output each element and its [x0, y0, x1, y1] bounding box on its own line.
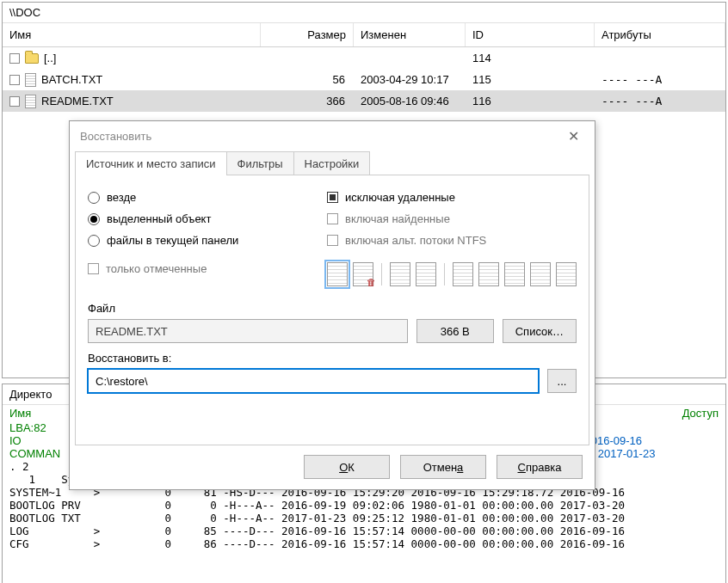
icon-toolbar: 🗑 [327, 262, 577, 286]
check-incl-found[interactable]: включая найденные [327, 212, 577, 225]
file-icon [25, 73, 36, 87]
table-row[interactable]: README.TXT3662005-08-16 09:46116---- ---… [3, 90, 725, 112]
doc-delete-icon[interactable]: 🗑 [353, 262, 373, 286]
table-row[interactable]: [..]114 [3, 47, 725, 69]
doc-variant7-icon[interactable] [556, 262, 577, 286]
doc-variant4-icon[interactable] [478, 262, 499, 286]
radio-selected[interactable]: выделенный объект [88, 212, 301, 225]
tabs: Источник и место записи Фильтры Настройк… [70, 151, 595, 175]
cell-id: 114 [466, 52, 595, 64]
radio-current-panel[interactable]: файлы в текущей панели [88, 234, 301, 247]
row-checkbox[interactable] [9, 53, 20, 64]
cell-modified: 2005-08-16 09:46 [354, 95, 466, 107]
list-button[interactable]: Список… [503, 319, 577, 343]
col-name[interactable]: Имя [3, 23, 261, 46]
doc-icon[interactable] [327, 262, 348, 286]
path-bar: \\DOC [3, 3, 725, 23]
size-button[interactable]: 366 B [416, 319, 494, 343]
col-modified[interactable]: Изменен [354, 23, 466, 46]
col-attributes[interactable]: Атрибуты [595, 23, 725, 46]
restore-to-label: Восстановить в: [88, 352, 577, 365]
doc-variant6-icon[interactable] [530, 262, 551, 286]
tab-source[interactable]: Источник и место записи [75, 151, 227, 175]
check-excl-deleted[interactable]: исключая удаленные [327, 191, 577, 204]
row-checkbox[interactable] [9, 75, 20, 85]
file-input [88, 319, 408, 343]
tab-content: везде выделенный объект файлы в текущей … [75, 175, 589, 445]
browse-button[interactable]: ... [547, 369, 577, 393]
separator [444, 263, 445, 285]
restore-to-input[interactable] [88, 369, 539, 393]
doc-variant2-icon[interactable] [416, 262, 436, 286]
dialog-buttons: OК Отмена Справка [70, 446, 595, 489]
file-label: Файл [88, 302, 577, 315]
cell-attr: ---- ---A [595, 95, 725, 107]
restore-dialog: Восстановить ✕ Источник и место записи Ф… [69, 120, 595, 490]
help-button[interactable]: Справка [497, 455, 583, 479]
tab-filters[interactable]: Фильтры [226, 151, 294, 175]
log-line: BOOTLOG TXT 0 0 -H---A-- 2017-01-23 09:2… [3, 512, 725, 525]
cancel-button[interactable]: Отмена [400, 455, 486, 479]
col-id[interactable]: ID [466, 23, 595, 46]
tab-settings[interactable]: Настройки [293, 151, 371, 175]
check-incl-alt-ntfs[interactable]: включая альт. потоки NTFS [327, 234, 577, 247]
ok-button[interactable]: OК [304, 455, 390, 479]
doc-variant-icon[interactable] [390, 262, 410, 286]
log-line: LOG > 0 85 ----D--- 2016-09-16 15:57:14 … [3, 525, 725, 537]
dialog-title: Восстановить [80, 130, 151, 143]
close-icon[interactable]: ✕ [563, 128, 584, 144]
cell-id: 116 [466, 95, 595, 107]
cell-attr: ---- ---A [595, 73, 725, 86]
file-name: README.TXT [41, 95, 114, 107]
check-only-marked: только отмеченные [88, 262, 301, 275]
cell-id: 115 [466, 73, 595, 86]
cell-size: 56 [261, 73, 354, 86]
doc-variant3-icon[interactable] [453, 262, 473, 286]
col-size[interactable]: Размер [261, 23, 354, 46]
log-line: CFG > 0 86 ----D--- 2016-09-16 15:57:14 … [3, 537, 725, 550]
file-name: BATCH.TXT [41, 73, 102, 86]
radio-everywhere[interactable]: везде [88, 191, 301, 204]
log-line: BOOTLOG PRV 0 0 -H---A-- 2016-09-19 09:0… [3, 499, 725, 512]
file-name: [..] [44, 52, 56, 64]
doc-variant5-icon[interactable] [504, 262, 525, 286]
cell-size: 366 [261, 95, 354, 107]
table-row[interactable]: BATCH.TXT562003-04-29 10:17115---- ---A [3, 69, 725, 90]
cell-modified: 2003-04-29 10:17 [354, 73, 466, 86]
folder-icon [25, 53, 39, 64]
table-header: Имя Размер Изменен ID Атрибуты [3, 23, 725, 47]
file-icon [25, 95, 36, 108]
separator [381, 263, 382, 285]
dialog-titlebar: Восстановить ✕ [70, 121, 595, 151]
row-checkbox[interactable] [9, 96, 20, 107]
